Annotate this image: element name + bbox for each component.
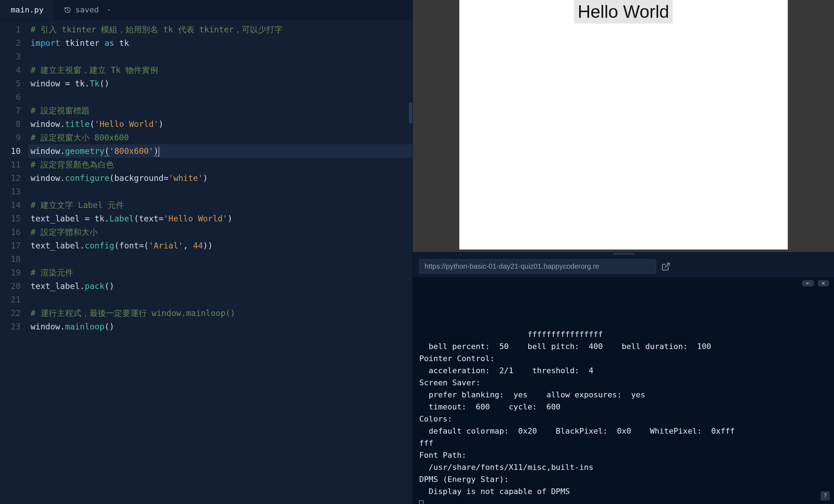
console-line: /usr/share/fonts/X11/misc,built-ins [419, 461, 828, 473]
line-number: 17 [0, 239, 21, 252]
console-wrap-toggle-icon[interactable] [802, 280, 814, 286]
code-line[interactable]: window.geometry('800x600') [28, 144, 412, 158]
line-number: 4 [0, 63, 21, 77]
console-line: Font Path: [419, 449, 828, 461]
line-number-gutter: 1234567891011121314151617181920212223 [0, 20, 26, 504]
console-line: Screen Saver: [419, 377, 828, 389]
console-line: bell percent: 50 bell pitch: 400 bell du… [419, 341, 828, 353]
console-line: Display is not capable of DPMS [419, 486, 828, 498]
line-number: 15 [0, 212, 21, 225]
line-number: 16 [0, 225, 21, 239]
line-number: 9 [0, 131, 21, 144]
code-line[interactable]: # 設定視窗大小 800x600 [28, 131, 412, 144]
chevron-down-icon[interactable] [106, 7, 112, 13]
code-line[interactable]: # 建立文字 Label 元件 [28, 198, 412, 212]
tk-label: Hello World [574, 0, 673, 23]
editor-scrollbar[interactable] [408, 21, 412, 504]
line-number: 21 [0, 293, 21, 306]
line-number: 22 [0, 306, 21, 320]
console-line: timeout: 600 cycle: 600 [419, 401, 828, 413]
code-editor[interactable]: 1234567891011121314151617181920212223 # … [0, 20, 412, 504]
save-status-label: saved [75, 5, 99, 14]
pane-resize-handle[interactable] [413, 252, 834, 256]
line-number: 3 [0, 50, 21, 63]
line-number: 2 [0, 36, 21, 50]
output-pane: Hello World ? ffff [413, 0, 834, 504]
console-clear-icon[interactable] [818, 280, 829, 286]
code-line[interactable]: text_label.config(font=('Arial', 44)) [28, 239, 412, 252]
line-number: 10 [0, 144, 21, 158]
code-line[interactable] [28, 293, 412, 306]
line-number: 6 [0, 90, 21, 104]
file-tab-label: main.py [11, 5, 44, 14]
code-line[interactable]: text_label = tk.Label(text='Hello World'… [28, 212, 412, 225]
code-line[interactable]: text_label.pack() [28, 279, 412, 293]
line-number: 7 [0, 104, 21, 117]
console-line: acceleration: 2/1 threshold: 4 [419, 365, 828, 377]
code-line[interactable]: # 渲染元件 [28, 266, 412, 279]
code-line[interactable]: window.mainloop() [28, 320, 412, 333]
console-line: ffffffffffffffff [419, 328, 828, 341]
console-line: prefer blanking: yes allow exposures: ye… [419, 389, 828, 401]
history-icon [64, 6, 71, 14]
line-number: 14 [0, 198, 21, 212]
console-line: fff [419, 437, 828, 449]
url-input[interactable] [419, 259, 656, 274]
open-in-new-tab-icon[interactable] [661, 262, 670, 271]
line-number: 8 [0, 117, 21, 131]
gui-preview: Hello World [413, 0, 834, 252]
code-line[interactable]: import tkinter as tk [28, 36, 412, 50]
tk-window[interactable]: Hello World [459, 0, 788, 250]
line-number: 13 [0, 185, 21, 198]
code-line[interactable]: # 建立主視窗，建立 Tk 物件實例 [28, 63, 412, 77]
code-line[interactable] [28, 252, 412, 266]
console-line: DPMS (Energy Star): [419, 473, 828, 486]
console-line: Colors: [419, 413, 828, 425]
code-line[interactable]: window = tk.Tk() [28, 77, 412, 90]
editor-pane: main.py saved 12345678910111213141516171… [0, 0, 413, 504]
code-line[interactable]: # 運行主程式，最後一定要運行 window.mainloop() [28, 306, 412, 320]
console-cursor [419, 500, 423, 504]
console-line: Pointer Control: [419, 353, 828, 365]
code-line[interactable]: # 設定視窗標題 [28, 104, 412, 117]
console-output[interactable]: ? ffffffffffffffff bell percent: 50 bell… [413, 277, 834, 504]
code-line[interactable] [28, 90, 412, 104]
console-line: default colormap: 0x20 BlackPixel: 0x0 W… [419, 425, 828, 437]
help-badge[interactable]: ? [820, 491, 830, 500]
svg-line-0 [665, 263, 669, 267]
console-buttons [802, 280, 829, 286]
code-line[interactable]: # 設定字體和大小 [28, 225, 412, 239]
code-line[interactable]: window.configure(background='white') [28, 171, 412, 185]
line-number: 20 [0, 279, 21, 293]
scrollbar-thumb[interactable] [409, 102, 412, 124]
code-line[interactable]: window.title('Hello World') [28, 117, 412, 131]
app-root: main.py saved 12345678910111213141516171… [0, 0, 834, 504]
line-number: 19 [0, 266, 21, 279]
code-line[interactable] [28, 50, 412, 63]
line-number: 11 [0, 158, 21, 171]
tab-bar: main.py saved [0, 0, 412, 20]
line-number: 18 [0, 252, 21, 266]
line-number: 5 [0, 77, 21, 90]
code-line[interactable] [28, 185, 412, 198]
resize-grip-icon [613, 253, 634, 254]
code-line[interactable]: # 引入 tkinter 模組，始用別名 tk 代表 tkinter，可以少打字 [28, 23, 412, 36]
line-number: 12 [0, 171, 21, 185]
file-tab[interactable]: main.py [0, 0, 55, 20]
code-line[interactable]: # 設定背景顏色為白色 [28, 158, 412, 171]
line-number: 1 [0, 23, 21, 36]
url-bar-row [413, 256, 834, 277]
code-content[interactable]: # 引入 tkinter 模組，始用別名 tk 代表 tkinter，可以少打字… [26, 20, 412, 504]
text-cursor [159, 147, 159, 157]
save-status[interactable]: saved [55, 5, 121, 14]
line-number: 23 [0, 320, 21, 333]
